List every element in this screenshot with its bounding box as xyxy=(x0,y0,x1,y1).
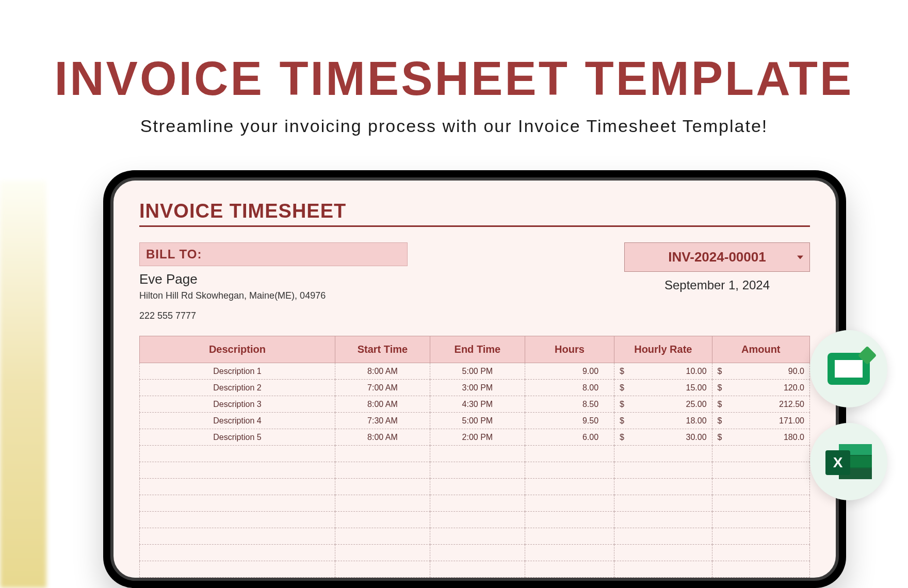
bill-to-phone[interactable]: 222 555 7777 xyxy=(139,311,408,321)
invoice-meta: INV-2024-00001 September 1, 2024 xyxy=(624,242,810,292)
table-header-row: Description Start Time End Time Hours Ho… xyxy=(140,336,810,363)
bill-to-name[interactable]: Eve Page xyxy=(139,271,408,287)
cell-description[interactable]: Description 3 xyxy=(140,396,335,413)
table-row-empty xyxy=(140,561,810,578)
excel-icon: X xyxy=(825,441,872,482)
cell-hours[interactable]: 9.50 xyxy=(525,413,614,429)
cell-start-time[interactable]: 8:00 AM xyxy=(335,429,430,446)
invoice-number-select[interactable]: INV-2024-00001 xyxy=(624,242,810,272)
table-row: Description 58:00 AM2:00 PM6.00$30.00$18… xyxy=(140,429,810,446)
page-title: INVOICE TIMESHEET TEMPLATE xyxy=(0,52,908,106)
sheet-title: INVOICE TIMESHEET xyxy=(139,200,810,227)
invoice-number: INV-2024-00001 xyxy=(668,249,766,265)
cell-description[interactable]: Description 1 xyxy=(140,363,335,380)
col-start-time: Start Time xyxy=(335,336,430,363)
chevron-down-icon xyxy=(797,255,803,259)
cell-start-time[interactable]: 8:00 AM xyxy=(335,396,430,413)
cell-end-time[interactable]: 2:00 PM xyxy=(430,429,525,446)
table-row-empty xyxy=(140,512,810,528)
bill-to-section: BILL TO: Eve Page Hilton Hill Rd Skowheg… xyxy=(139,242,408,321)
bill-to-address[interactable]: Hilton Hill Rd Skowhegan, Maine(ME), 049… xyxy=(139,290,408,301)
cell-hourly-rate[interactable]: $25.00 xyxy=(614,396,712,413)
cell-hours[interactable]: 8.50 xyxy=(525,396,614,413)
col-amount: Amount xyxy=(712,336,809,363)
cell-hourly-rate[interactable]: $15.00 xyxy=(614,380,712,396)
spreadsheet-canvas: INVOICE TIMESHEET BILL TO: Eve Page Hilt… xyxy=(110,177,839,581)
cell-hours[interactable]: 6.00 xyxy=(525,429,614,446)
cell-hours[interactable]: 8.00 xyxy=(525,380,614,396)
cell-start-time[interactable]: 7:00 AM xyxy=(335,380,430,396)
table-row-empty xyxy=(140,446,810,462)
col-hourly-rate: Hourly Rate xyxy=(614,336,712,363)
table-row-empty xyxy=(140,462,810,479)
cell-hourly-rate[interactable]: $18.00 xyxy=(614,413,712,429)
cell-amount[interactable]: $212.50 xyxy=(712,396,809,413)
cell-end-time[interactable]: 5:00 PM xyxy=(430,413,525,429)
cell-amount[interactable]: $171.00 xyxy=(712,413,809,429)
table-row: Description 47:30 AM5:00 PM9.50$18.00$17… xyxy=(140,413,810,429)
page-subtitle: Streamline your invoicing process with o… xyxy=(0,116,908,136)
invoice-date[interactable]: September 1, 2024 xyxy=(624,278,810,292)
background-accent xyxy=(0,181,46,588)
cell-amount[interactable]: $120.0 xyxy=(712,380,809,396)
cell-description[interactable]: Description 5 xyxy=(140,429,335,446)
table-row: Description 18:00 AM5:00 PM9.00$10.00$90… xyxy=(140,363,810,380)
col-end-time: End Time xyxy=(430,336,525,363)
cell-hourly-rate[interactable]: $10.00 xyxy=(614,363,712,380)
table-row: Description 27:00 AM3:00 PM8.00$15.00$12… xyxy=(140,380,810,396)
table-row-empty xyxy=(140,495,810,512)
cell-end-time[interactable]: 4:30 PM xyxy=(430,396,525,413)
google-sheets-badge[interactable] xyxy=(810,330,887,407)
cell-start-time[interactable]: 7:30 AM xyxy=(335,413,430,429)
cell-amount[interactable]: $90.0 xyxy=(712,363,809,380)
timesheet-table: Description Start Time End Time Hours Ho… xyxy=(139,336,810,578)
bill-to-label: BILL TO: xyxy=(139,242,408,266)
cell-end-time[interactable]: 5:00 PM xyxy=(430,363,525,380)
table-row-empty xyxy=(140,479,810,495)
excel-badge[interactable]: X xyxy=(810,423,887,500)
col-hours: Hours xyxy=(525,336,614,363)
google-sheets-icon xyxy=(828,353,870,385)
cell-hours[interactable]: 9.00 xyxy=(525,363,614,380)
table-row-empty xyxy=(140,545,810,561)
cell-end-time[interactable]: 3:00 PM xyxy=(430,380,525,396)
table-row: Description 38:00 AM4:30 PM8.50$25.00$21… xyxy=(140,396,810,413)
cell-amount[interactable]: $180.0 xyxy=(712,429,809,446)
cell-hourly-rate[interactable]: $30.00 xyxy=(614,429,712,446)
col-description: Description xyxy=(140,336,335,363)
cell-description[interactable]: Description 4 xyxy=(140,413,335,429)
tablet-frame: INVOICE TIMESHEET BILL TO: Eve Page Hilt… xyxy=(103,170,846,588)
cell-start-time[interactable]: 8:00 AM xyxy=(335,363,430,380)
table-row-empty xyxy=(140,528,810,545)
cell-description[interactable]: Description 2 xyxy=(140,380,335,396)
